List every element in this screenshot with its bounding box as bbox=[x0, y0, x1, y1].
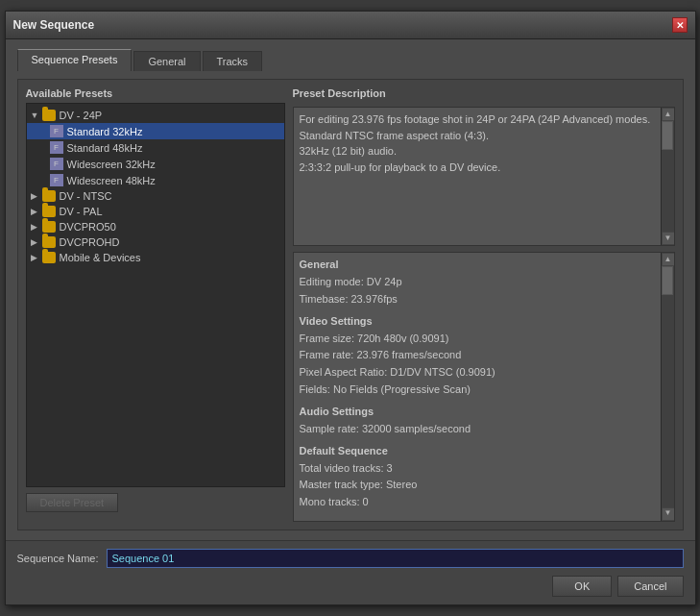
presets-tree[interactable]: ▼ DV - 24P F Standard 32kHz F Standard 4… bbox=[26, 103, 285, 487]
tree-label-dvntsc: DV - NTSC bbox=[60, 190, 112, 202]
folder-icon-dvcprohd bbox=[42, 236, 56, 248]
bottom-area: Sequence Name: OK Cancel bbox=[6, 540, 695, 604]
info-fields: Fields: No Fields (Progressive Scan) bbox=[300, 382, 655, 399]
delete-preset-button[interactable]: Delete Preset bbox=[26, 493, 119, 512]
tree-label-ws48: Widescreen 48kHz bbox=[67, 175, 156, 186]
tree-item-widescreen-48khz[interactable]: F Widescreen 48kHz bbox=[27, 172, 284, 188]
scroll-thumb bbox=[662, 121, 673, 150]
cancel-button[interactable]: Cancel bbox=[617, 576, 683, 597]
close-button[interactable]: ✕ bbox=[672, 17, 688, 33]
tree-label-mobile: Mobile & Devices bbox=[60, 252, 141, 263]
tree-label-dvcpro50: DVCPRO50 bbox=[60, 221, 116, 233]
tree-item-standard-32khz[interactable]: F Standard 32kHz bbox=[27, 123, 284, 139]
info-sample-rate: Sample rate: 32000 samples/second bbox=[300, 421, 655, 438]
tree-item-dv-ntsc[interactable]: ▶ DV - NTSC bbox=[27, 188, 284, 204]
info-video-tracks: Total video tracks: 3 bbox=[300, 460, 655, 478]
folder-icon-dvcpro50 bbox=[42, 221, 56, 233]
arrow-icon-mobile: ▶ bbox=[31, 253, 40, 262]
tree-label-std32: Standard 32kHz bbox=[67, 126, 143, 137]
arrow-icon-dv24p: ▼ bbox=[31, 111, 40, 120]
arrow-icon-dvpal: ▶ bbox=[31, 207, 40, 216]
tree-item-dvcprohd[interactable]: ▶ DVCPROHD bbox=[27, 234, 284, 250]
description-scrollbar[interactable]: ▲ ▼ bbox=[661, 108, 674, 245]
tree-item-standard-48khz[interactable]: F Standard 48kHz bbox=[27, 139, 284, 156]
tree-label-ws32: Widescreen 32kHz bbox=[67, 159, 156, 170]
info-scroll-track bbox=[662, 266, 674, 506]
info-audio-section: Audio Settings Sample rate: 32000 sample… bbox=[300, 404, 655, 437]
content-area: Available Presets ▼ DV - 24P F Standard … bbox=[17, 79, 684, 530]
tab-sequence-presets[interactable]: Sequence Presets bbox=[17, 49, 133, 71]
folder-icon-dvntsc bbox=[42, 190, 56, 202]
sequence-name-input[interactable] bbox=[107, 549, 684, 568]
file-icon-ws32: F bbox=[50, 158, 63, 170]
folder-icon-dvpal bbox=[42, 206, 56, 217]
tree-item-widescreen-32khz[interactable]: F Widescreen 32kHz bbox=[27, 156, 284, 172]
info-frame-size: Frame size: 720h 480v (0.9091) bbox=[300, 331, 655, 348]
info-timebase: Timebase: 23.976fps bbox=[300, 291, 655, 308]
right-panel: Preset Description For editing 23.976 fp… bbox=[293, 87, 675, 521]
info-general-section: General Editing mode: DV 24p Timebase: 2… bbox=[300, 257, 655, 308]
info-general-title: General bbox=[300, 257, 655, 274]
description-box: For editing 23.976 fps footage shot in 2… bbox=[293, 107, 675, 246]
info-mono-tracks: Mono tracks: 0 bbox=[300, 494, 655, 511]
ok-button[interactable]: OK bbox=[552, 576, 612, 597]
new-sequence-dialog: New Sequence ✕ Sequence Presets General … bbox=[5, 11, 696, 604]
dialog-title: New Sequence bbox=[13, 18, 95, 32]
file-icon-std32: F bbox=[50, 125, 63, 137]
info-video-title: Video Settings bbox=[300, 313, 655, 331]
info-box: General Editing mode: DV 24p Timebase: 2… bbox=[293, 252, 675, 521]
arrow-icon-dvntsc: ▶ bbox=[31, 191, 40, 201]
dialog-body: Sequence Presets General Tracks Availabl… bbox=[6, 39, 695, 539]
arrow-icon-dvcprohd: ▶ bbox=[31, 237, 40, 247]
tree-item-dv-pal[interactable]: ▶ DV - PAL bbox=[27, 204, 284, 219]
file-icon-std48: F bbox=[50, 141, 63, 154]
folder-icon-dv24p bbox=[42, 110, 56, 121]
info-scroll-thumb bbox=[662, 266, 673, 295]
title-bar: New Sequence ✕ bbox=[6, 12, 695, 39]
scroll-up-arrow[interactable]: ▲ bbox=[662, 108, 675, 121]
info-scroll-up[interactable]: ▲ bbox=[662, 253, 675, 266]
tree-item-dvcpro50[interactable]: ▶ DVCPRO50 bbox=[27, 219, 284, 234]
tree-label-dvcprohd: DVCPROHD bbox=[60, 236, 120, 248]
info-scrollbar[interactable]: ▲ ▼ bbox=[661, 253, 674, 520]
button-row: OK Cancel bbox=[17, 576, 684, 597]
info-text: General Editing mode: DV 24p Timebase: 2… bbox=[300, 257, 655, 510]
sequence-name-label: Sequence Name: bbox=[17, 553, 99, 564]
preset-description-label: Preset Description bbox=[293, 87, 675, 99]
file-icon-ws48: F bbox=[50, 174, 63, 186]
tab-bar: Sequence Presets General Tracks bbox=[17, 49, 684, 71]
info-default-section: Default Sequence Total video tracks: 3 M… bbox=[300, 443, 655, 510]
left-panel: Available Presets ▼ DV - 24P F Standard … bbox=[26, 87, 285, 521]
arrow-icon-dvcpro50: ▶ bbox=[31, 222, 40, 232]
info-audio-title: Audio Settings bbox=[300, 404, 655, 421]
delete-btn-area: Delete Preset bbox=[26, 493, 285, 512]
info-frame-rate: Frame rate: 23.976 frames/second bbox=[300, 347, 655, 364]
info-video-section: Video Settings Frame size: 720h 480v (0.… bbox=[300, 313, 655, 398]
available-presets-label: Available Presets bbox=[26, 87, 285, 99]
tab-general[interactable]: General bbox=[133, 51, 200, 71]
tree-label-dv24p: DV - 24P bbox=[60, 110, 103, 121]
description-text: For editing 23.976 fps footage shot in 2… bbox=[300, 111, 655, 175]
tree-item-mobile[interactable]: ▶ Mobile & Devices bbox=[27, 250, 284, 265]
info-scroll-down[interactable]: ▼ bbox=[662, 507, 675, 521]
scroll-down-arrow[interactable]: ▼ bbox=[662, 232, 675, 245]
scroll-track bbox=[662, 121, 674, 232]
info-pixel-aspect: Pixel Aspect Ratio: D1/DV NTSC (0.9091) bbox=[300, 364, 655, 382]
tree-label-dvpal: DV - PAL bbox=[60, 206, 103, 217]
info-master-track: Master track type: Stereo bbox=[300, 477, 655, 494]
info-default-title: Default Sequence bbox=[300, 443, 655, 460]
tab-tracks[interactable]: Tracks bbox=[203, 51, 263, 71]
tree-label-std48: Standard 48kHz bbox=[67, 142, 143, 154]
info-editing-mode: Editing mode: DV 24p bbox=[300, 274, 655, 291]
tree-item-dv-24p[interactable]: ▼ DV - 24P bbox=[27, 108, 284, 123]
folder-icon-mobile bbox=[42, 252, 56, 263]
sequence-name-row: Sequence Name: bbox=[17, 549, 684, 568]
